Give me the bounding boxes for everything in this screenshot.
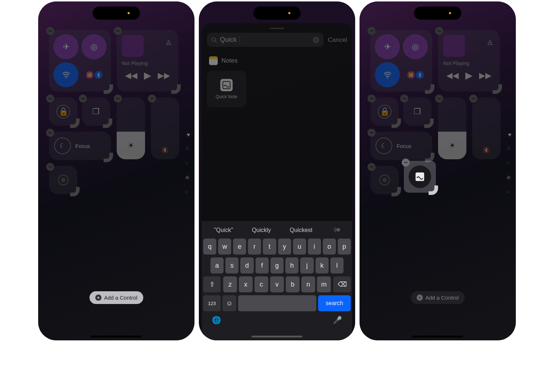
emoji-key[interactable]: ☺ xyxy=(222,295,236,311)
key-z[interactable]: z xyxy=(223,276,237,292)
connectivity-module[interactable]: − ✈ ◎ 📶 xyxy=(49,30,111,92)
key-q[interactable]: q xyxy=(203,239,216,255)
key-e[interactable]: e xyxy=(233,239,246,255)
forward-icon[interactable]: ▶▶ xyxy=(479,71,491,80)
bluetooth-icon[interactable] xyxy=(95,71,103,79)
remove-icon[interactable]: − xyxy=(114,27,122,35)
bluetooth-icon[interactable] xyxy=(416,71,424,79)
resize-handle-icon[interactable] xyxy=(424,119,434,128)
focus-module[interactable]: − ☾ Focus xyxy=(49,132,111,160)
key-k[interactable]: k xyxy=(316,257,329,273)
remove-icon[interactable]: − xyxy=(46,95,54,103)
remove-icon[interactable]: − xyxy=(368,95,376,103)
dictation-key[interactable]: 🎤 xyxy=(333,316,342,324)
wifi-icon[interactable] xyxy=(53,62,79,87)
cancel-button[interactable]: Cancel xyxy=(328,36,347,44)
orientation-lock-module[interactable]: − 🔒 xyxy=(370,97,399,126)
favorites-icon[interactable]: ♥ xyxy=(508,132,512,138)
quick-note-module[interactable]: − xyxy=(404,161,436,193)
wifi-icon[interactable] xyxy=(375,62,400,87)
remove-icon[interactable]: − xyxy=(79,95,87,103)
remove-icon[interactable]: − xyxy=(46,163,54,171)
screen-record-module[interactable]: − xyxy=(49,166,77,194)
airplane-icon[interactable]: ✈ xyxy=(375,34,400,59)
airdrop-icon[interactable]: ◎ xyxy=(403,34,428,59)
remove-icon[interactable]: − xyxy=(46,129,54,137)
quick-note-result[interactable]: Quick Note xyxy=(207,71,246,107)
suggestion[interactable]: 《क xyxy=(331,227,340,233)
add-control-button[interactable]: + Add a Control xyxy=(89,291,143,304)
rewind-icon[interactable]: ◀◀ xyxy=(446,71,459,80)
resize-handle-icon[interactable] xyxy=(392,119,401,128)
resize-handle-icon[interactable] xyxy=(104,84,113,94)
airplay-icon[interactable]: ◬ xyxy=(487,38,493,46)
brightness-module[interactable]: − ☀ xyxy=(117,97,145,159)
search-key[interactable]: search xyxy=(318,295,351,311)
volume-module[interactable]: − 🔇 xyxy=(151,97,179,159)
resize-handle-icon[interactable] xyxy=(392,187,401,196)
media-module[interactable]: − ◬ Not Playing ◀◀ ▶ ▶▶ xyxy=(117,30,178,92)
remove-icon[interactable]: − xyxy=(469,95,477,103)
play-icon[interactable]: ▶ xyxy=(465,70,473,81)
screen-mirroring-module[interactable]: − ❐ xyxy=(403,97,431,126)
airplay-icon[interactable]: ◬ xyxy=(166,38,171,46)
remove-icon[interactable]: − xyxy=(435,95,443,103)
remove-icon[interactable]: − xyxy=(368,129,376,137)
key-i[interactable]: i xyxy=(308,239,321,255)
key-g[interactable]: g xyxy=(270,257,284,273)
key-t[interactable]: t xyxy=(263,239,276,255)
key-h[interactable]: h xyxy=(285,257,298,273)
resize-handle-icon[interactable] xyxy=(103,119,112,128)
media-module[interactable]: − ◬ Not Playing ◀◀ ▶ ▶▶ xyxy=(438,30,500,92)
extra-page-icon[interactable]: ○ xyxy=(185,189,189,195)
orientation-lock-module[interactable]: − 🔒 xyxy=(49,97,77,126)
resize-handle-icon[interactable] xyxy=(171,84,181,94)
key-x[interactable]: x xyxy=(239,276,253,292)
home-indicator[interactable] xyxy=(91,336,142,337)
forward-icon[interactable]: ▶▶ xyxy=(158,71,170,80)
key-y[interactable]: y xyxy=(278,239,291,255)
volume-module[interactable]: − 🔇 xyxy=(472,97,501,159)
resize-handle-icon[interactable] xyxy=(425,84,434,94)
suggestion[interactable]: "Quick" xyxy=(214,227,233,233)
cell-bt-cluster[interactable]: 📶 xyxy=(403,62,428,87)
suggestion[interactable]: Quickest xyxy=(290,227,312,233)
remove-icon[interactable]: − xyxy=(114,95,122,103)
key-v[interactable]: v xyxy=(270,276,284,292)
remove-icon[interactable]: − xyxy=(148,95,156,103)
extra-page-icon[interactable]: ○ xyxy=(506,189,511,195)
add-control-button[interactable]: + Add a Control xyxy=(411,291,465,304)
remove-icon[interactable]: − xyxy=(368,163,376,171)
home-indicator[interactable] xyxy=(412,336,463,337)
airdrop-icon[interactable]: ◎ xyxy=(81,34,107,59)
key-s[interactable]: s xyxy=(225,257,238,273)
key-w[interactable]: w xyxy=(218,239,231,255)
connectivity-page-icon[interactable]: ◉ xyxy=(506,174,511,180)
remove-icon[interactable]: − xyxy=(46,27,54,35)
remove-icon[interactable]: − xyxy=(435,27,443,35)
cell-bt-cluster[interactable]: 📶 xyxy=(81,62,107,87)
resize-handle-icon[interactable] xyxy=(70,119,80,128)
play-icon[interactable]: ▶ xyxy=(144,70,151,81)
search-input[interactable]: Quick ✕ xyxy=(207,33,324,47)
key-a[interactable]: a xyxy=(210,257,224,273)
screen-mirroring-module[interactable]: − ❐ xyxy=(82,97,110,126)
music-page-icon[interactable]: ♫ xyxy=(185,145,189,151)
connectivity-page-icon[interactable]: ◉ xyxy=(185,174,189,180)
cellular-icon[interactable]: 📶 xyxy=(86,71,94,79)
remove-icon[interactable]: − xyxy=(400,95,408,103)
key-j[interactable]: j xyxy=(300,257,313,273)
resize-handle-icon[interactable] xyxy=(493,84,502,94)
key-c[interactable]: c xyxy=(254,276,268,292)
remove-icon[interactable]: − xyxy=(402,159,410,167)
resize-handle-icon[interactable] xyxy=(104,153,113,162)
backspace-key[interactable]: ⌫ xyxy=(333,276,351,292)
focus-module[interactable]: − ☾ Focus xyxy=(370,132,432,160)
cellular-icon[interactable]: 📶 xyxy=(407,71,415,79)
key-m[interactable]: m xyxy=(317,276,331,292)
key-o[interactable]: o xyxy=(323,239,336,255)
home-page-icon[interactable]: ⌂ xyxy=(506,160,511,165)
remove-icon[interactable]: − xyxy=(368,27,376,35)
brightness-module[interactable]: − ☀ xyxy=(438,97,466,159)
shift-key[interactable]: ⇧ xyxy=(203,276,221,292)
